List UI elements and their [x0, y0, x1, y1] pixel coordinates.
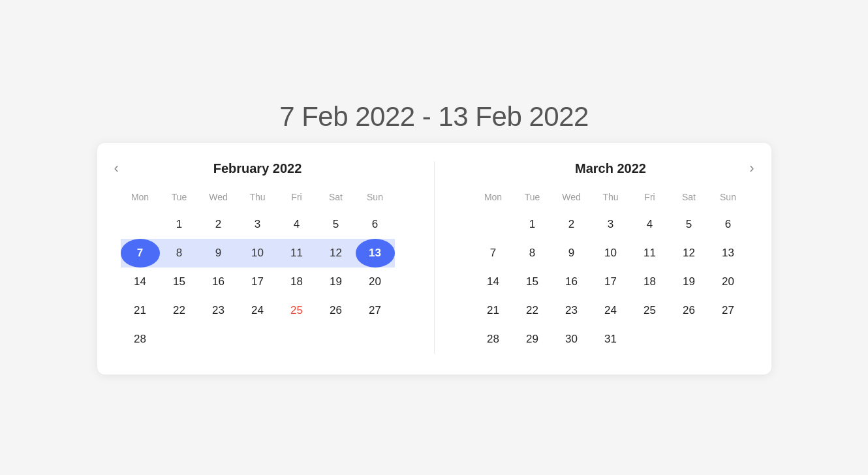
mar-grid: MonTueWedThuFriSatSun1234567891011121314… — [474, 188, 748, 354]
selected-week-row: 78910111213 — [121, 239, 395, 268]
day-cell[interactable]: 26 — [670, 296, 709, 325]
day-cell[interactable]: 12 — [670, 239, 709, 268]
day-cell[interactable]: 24 — [591, 296, 630, 325]
day-cell[interactable]: 20 — [709, 268, 748, 296]
day-cell[interactable]: 21 — [474, 296, 513, 325]
day-cell[interactable]: 14 — [121, 268, 160, 296]
day-cell[interactable]: 27 — [709, 296, 748, 325]
day-cell — [238, 325, 277, 354]
day-cell[interactable]: 25 — [277, 296, 317, 325]
day-cell[interactable]: 10 — [591, 239, 630, 268]
day-cell[interactable]: 20 — [356, 268, 395, 296]
day-cell[interactable]: 3 — [591, 210, 630, 239]
day-cell — [356, 325, 395, 354]
day-cell[interactable]: 8 — [513, 239, 552, 268]
day-cell[interactable]: 22 — [160, 296, 199, 325]
day-cell[interactable]: 18 — [630, 268, 670, 296]
day-cell[interactable]: 28 — [121, 325, 160, 354]
mar-month-label: March 2022 — [575, 161, 646, 176]
day-cell[interactable]: 6 — [356, 210, 395, 239]
day-cell[interactable]: 29 — [513, 325, 552, 354]
day-cell[interactable]: 2 — [199, 210, 238, 239]
day-header: Sun — [356, 188, 395, 210]
day-cell[interactable]: 7 — [121, 239, 160, 268]
day-cell[interactable]: 15 — [513, 268, 552, 296]
day-header: Fri — [630, 188, 670, 210]
calendar-divider — [434, 161, 435, 354]
day-cell[interactable]: 18 — [277, 268, 317, 296]
day-cell[interactable]: 4 — [277, 210, 317, 239]
day-cell[interactable]: 5 — [317, 210, 356, 239]
day-cell[interactable]: 1 — [513, 210, 552, 239]
day-cell — [317, 325, 356, 354]
day-cell — [670, 325, 709, 354]
day-cell — [121, 210, 160, 239]
day-cell[interactable]: 8 — [160, 239, 199, 268]
feb-month-label: February 2022 — [213, 161, 302, 176]
day-cell[interactable]: 24 — [238, 296, 277, 325]
day-header: Mon — [121, 188, 160, 210]
day-cell[interactable]: 22 — [513, 296, 552, 325]
day-cell[interactable]: 27 — [356, 296, 395, 325]
march-calendar: March 2022 › MonTueWedThuFriSatSun123456… — [474, 161, 748, 354]
day-cell[interactable]: 10 — [238, 239, 277, 268]
day-cell[interactable]: 5 — [670, 210, 709, 239]
day-cell — [199, 325, 238, 354]
day-cell[interactable]: 1 — [160, 210, 199, 239]
mar-header: March 2022 › — [474, 161, 748, 176]
day-cell — [709, 325, 748, 354]
day-cell[interactable]: 13 — [356, 239, 395, 268]
day-header: Tue — [160, 188, 199, 210]
day-cell[interactable]: 19 — [317, 268, 356, 296]
day-cell[interactable]: 13 — [709, 239, 748, 268]
prev-month-button[interactable]: ‹ — [108, 159, 125, 178]
day-header: Thu — [591, 188, 630, 210]
day-cell[interactable]: 9 — [199, 239, 238, 268]
day-cell[interactable]: 11 — [277, 239, 317, 268]
day-cell[interactable]: 16 — [552, 268, 591, 296]
day-cell[interactable]: 17 — [238, 268, 277, 296]
day-cell[interactable]: 30 — [552, 325, 591, 354]
day-cell[interactable]: 17 — [591, 268, 630, 296]
day-header: Fri — [277, 188, 317, 210]
february-calendar: ‹ February 2022 MonTueWedThuFriSatSun123… — [121, 161, 395, 354]
calendar-container: ‹ February 2022 MonTueWedThuFriSatSun123… — [97, 143, 771, 375]
day-cell[interactable]: 28 — [474, 325, 513, 354]
day-header: Wed — [199, 188, 238, 210]
day-cell — [630, 325, 670, 354]
date-range-title: 7 Feb 2022 - 13 Feb 2022 — [279, 101, 589, 132]
feb-grid: MonTueWedThuFriSatSun1234567891011121314… — [121, 188, 395, 354]
day-cell[interactable]: 4 — [630, 210, 670, 239]
day-cell[interactable]: 9 — [552, 239, 591, 268]
day-cell[interactable]: 19 — [670, 268, 709, 296]
feb-header: ‹ February 2022 — [121, 161, 395, 176]
day-cell — [160, 325, 199, 354]
day-cell[interactable]: 12 — [317, 239, 356, 268]
day-header: Sat — [670, 188, 709, 210]
day-cell[interactable]: 6 — [709, 210, 748, 239]
day-cell — [474, 210, 513, 239]
day-cell[interactable]: 16 — [199, 268, 238, 296]
day-cell[interactable]: 23 — [552, 296, 591, 325]
day-cell[interactable]: 26 — [317, 296, 356, 325]
day-cell[interactable]: 31 — [591, 325, 630, 354]
day-header: Tue — [513, 188, 552, 210]
day-cell[interactable]: 15 — [160, 268, 199, 296]
day-cell[interactable]: 23 — [199, 296, 238, 325]
day-cell[interactable]: 3 — [238, 210, 277, 239]
day-cell[interactable]: 7 — [474, 239, 513, 268]
day-cell[interactable]: 25 — [630, 296, 670, 325]
day-cell[interactable]: 21 — [121, 296, 160, 325]
day-cell — [277, 325, 317, 354]
day-header: Wed — [552, 188, 591, 210]
next-month-button[interactable]: › — [743, 159, 760, 178]
calendar-wrapper: 7 Feb 2022 - 13 Feb 2022 ‹ February 2022… — [97, 101, 771, 375]
day-cell[interactable]: 2 — [552, 210, 591, 239]
day-cell[interactable]: 14 — [474, 268, 513, 296]
day-cell[interactable]: 11 — [630, 239, 670, 268]
day-header: Sat — [317, 188, 356, 210]
day-header: Mon — [474, 188, 513, 210]
day-header: Thu — [238, 188, 277, 210]
day-header: Sun — [709, 188, 748, 210]
